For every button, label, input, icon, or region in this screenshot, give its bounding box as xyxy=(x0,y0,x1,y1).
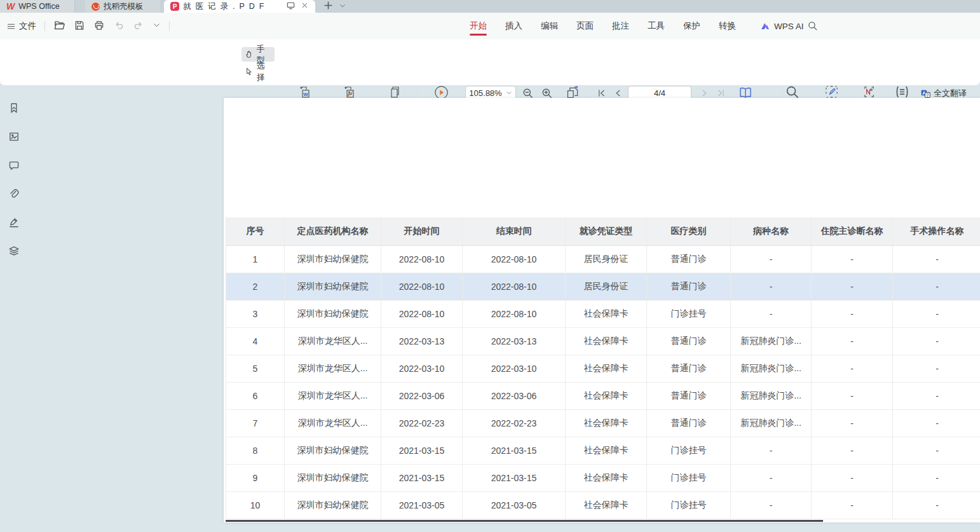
table-cell: 2022-08-10 xyxy=(381,246,463,273)
table-cell: - xyxy=(812,246,893,273)
table-row: 6深圳市龙华区人...2022-03-062022-03-06社会保障卡普通门诊… xyxy=(226,383,980,410)
tab-document-active[interactable]: P 就医记录.PDF xyxy=(164,0,315,13)
tab-wps-office[interactable]: W WPS Office xyxy=(0,0,75,13)
wps-ai-button[interactable]: WPS AI xyxy=(760,13,804,39)
monitor-share-icon[interactable] xyxy=(286,1,296,12)
column-header: 病种名称 xyxy=(731,217,812,245)
pdf-file-icon: P xyxy=(170,2,179,11)
tab-label: WPS Office xyxy=(18,2,59,11)
menu-item-page[interactable]: 页面 xyxy=(576,14,594,38)
table-cell: 社会保障卡 xyxy=(566,465,647,491)
table-bottom-rule xyxy=(226,520,823,522)
open-file-icon[interactable] xyxy=(53,19,65,33)
table-cell: 社会保障卡 xyxy=(566,410,647,437)
table-cell: 2022-03-13 xyxy=(381,328,463,355)
comment-icon[interactable] xyxy=(8,160,20,173)
table-cell: 2022-08-10 xyxy=(463,301,566,327)
select-tool-button[interactable]: 选择 xyxy=(242,64,275,79)
divider xyxy=(44,21,45,31)
layers-icon[interactable] xyxy=(8,245,20,259)
table-cell: 2021-03-15 xyxy=(381,437,463,464)
new-tab-icon[interactable] xyxy=(323,0,334,13)
table-cell: 普通门诊 xyxy=(647,328,731,355)
column-header: 定点医药机构名称 xyxy=(285,217,381,245)
table-cell: 4 xyxy=(226,328,285,355)
table-cell: 8 xyxy=(226,437,285,464)
table-cell: 2022-02-23 xyxy=(463,410,566,437)
table-cell: - xyxy=(893,273,980,300)
menu-item-protect[interactable]: 保护 xyxy=(683,14,700,38)
table-cell: 3 xyxy=(226,301,285,327)
close-tab-icon[interactable] xyxy=(301,1,309,11)
menu-item-comment[interactable]: 批注 xyxy=(612,14,629,38)
table-cell: - xyxy=(812,328,893,355)
tab-list-chevron-icon[interactable] xyxy=(339,2,346,11)
table-cell: - xyxy=(812,301,893,327)
table-cell: 2021-03-15 xyxy=(381,465,463,491)
table-cell: 深圳市龙华区人... xyxy=(285,410,381,437)
menu-bar: 文件 开始插入编辑页面批注工具保护转换 WPS AI xyxy=(0,13,980,39)
print-icon[interactable] xyxy=(93,20,105,33)
attachment-icon[interactable] xyxy=(8,188,20,201)
table-row: 7深圳市龙华区人...2022-02-232022-02-23社会保障卡普通门诊… xyxy=(226,410,980,437)
table-cell: 深圳市妇幼保健院 xyxy=(285,301,381,327)
table-cell: 2022-03-06 xyxy=(463,383,566,409)
menu-item-convert[interactable]: 转换 xyxy=(719,14,736,38)
document-title: 就医记录.PDF xyxy=(183,1,268,12)
menu-item-home[interactable]: 开始 xyxy=(470,14,487,38)
table-cell: - xyxy=(893,355,980,382)
table-cell: - xyxy=(812,465,893,491)
table-cell: 普通门诊 xyxy=(647,410,731,437)
table-cell: 2022-03-06 xyxy=(381,383,463,409)
table-cell: 深圳市妇幼保健院 xyxy=(285,246,381,273)
table-cell: 5 xyxy=(226,355,285,382)
table-cell: 社会保障卡 xyxy=(566,383,647,409)
table-cell: - xyxy=(812,383,893,409)
table-cell: 居民身份证 xyxy=(566,273,647,300)
table-cell: 2021-03-05 xyxy=(463,492,566,519)
thumbnail-icon[interactable] xyxy=(8,131,20,144)
table-cell: 2022-08-10 xyxy=(381,301,463,327)
table-cell: - xyxy=(893,410,980,437)
bookmark-icon[interactable] xyxy=(8,102,20,116)
table-cell: 2022-02-23 xyxy=(381,410,463,437)
table-cell: 6 xyxy=(226,383,285,409)
table-cell: 7 xyxy=(226,410,285,437)
table-row: 10深圳市妇幼保健院2021-03-052021-03-05社会保障卡门诊挂号-… xyxy=(226,492,980,519)
table-cell: 居民身份证 xyxy=(566,246,647,273)
tab-docer-templates[interactable]: 找稻壳模板 xyxy=(85,0,160,13)
table-cell: - xyxy=(731,301,812,327)
table-body: 1深圳市妇幼保健院2022-08-102022-08-10居民身份证普通门诊--… xyxy=(226,246,980,519)
table-cell: 2022-08-10 xyxy=(463,273,566,300)
table-cell: 深圳市妇幼保健院 xyxy=(285,465,381,491)
file-menu-button[interactable]: 文件 xyxy=(6,20,36,32)
menu-item-insert[interactable]: 插入 xyxy=(505,14,522,38)
pdf-page[interactable]: 序号定点医药机构名称开始时间结束时间就诊凭证类型医疗类别病种名称住院主诊断名称手… xyxy=(224,98,980,522)
menu-item-edit[interactable]: 编辑 xyxy=(541,14,558,38)
table-cell: 深圳市龙华区人... xyxy=(285,328,381,355)
column-header: 序号 xyxy=(226,217,285,245)
file-menu-label: 文件 xyxy=(19,20,36,32)
table-row: 1深圳市妇幼保健院2022-08-102022-08-10居民身份证普通门诊--… xyxy=(226,246,980,273)
table-row: 4深圳市龙华区人...2022-03-132022-03-13社会保障卡普通门诊… xyxy=(226,328,980,355)
table-cell: 2021-03-15 xyxy=(463,465,566,491)
document-viewport[interactable]: 序号定点医药机构名称开始时间结束时间就诊凭证类型医疗类别病种名称住院主诊断名称手… xyxy=(28,86,980,532)
more-actions-chevron-icon[interactable] xyxy=(153,21,161,31)
menu-item-tools[interactable]: 工具 xyxy=(648,14,665,38)
column-header: 住院主诊断名称 xyxy=(812,217,893,245)
table-cell: 新冠肺炎门诊... xyxy=(731,328,812,355)
table-cell: 门诊挂号 xyxy=(647,465,731,491)
column-header: 就诊凭证类型 xyxy=(566,217,647,245)
save-icon[interactable] xyxy=(74,20,85,33)
table-cell: 2021-03-05 xyxy=(381,492,463,519)
menu-search-icon[interactable] xyxy=(807,20,818,33)
column-header: 结束时间 xyxy=(463,217,566,245)
table-cell: 9 xyxy=(226,465,285,491)
signature-icon[interactable] xyxy=(8,217,20,230)
hand-icon xyxy=(245,50,254,59)
wps-ai-logo-icon xyxy=(760,21,770,31)
table-cell: - xyxy=(731,492,812,519)
table-cell: 社会保障卡 xyxy=(566,328,647,355)
tab-label: 找稻壳模板 xyxy=(104,1,144,12)
table-cell: 普通门诊 xyxy=(647,355,731,382)
